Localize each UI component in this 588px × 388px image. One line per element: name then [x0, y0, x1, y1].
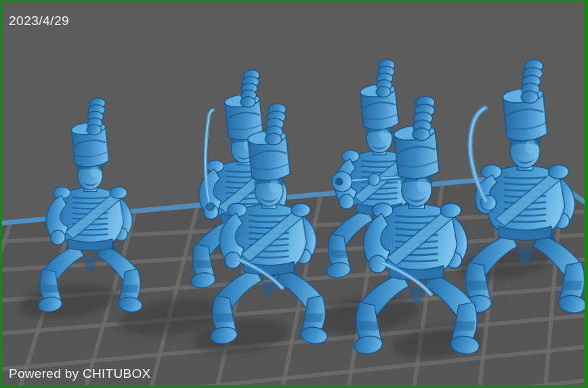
- 3d-viewport[interactable]: 2023/4/29 Powered by CHITUBOX: [0, 0, 588, 388]
- build-plate-scene: [0, 0, 588, 388]
- chitubox-watermark: Powered by CHITUBOX: [9, 366, 151, 381]
- date-label: 2023/4/29: [9, 14, 69, 28]
